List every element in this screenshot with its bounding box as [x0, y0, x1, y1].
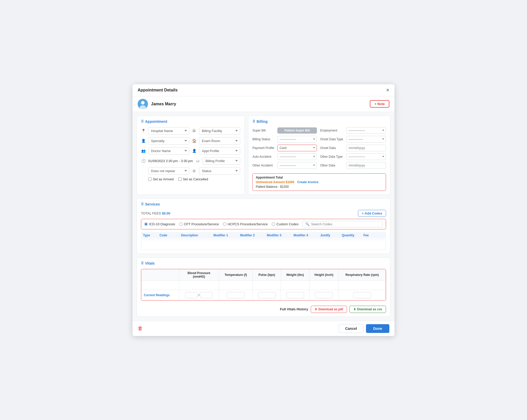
- vitals-footer: Full Vitals History ⬇ Download as pdf ⬇ …: [141, 304, 386, 313]
- vitals-history-label: Full Vitals History: [280, 307, 308, 311]
- icd10-radio[interactable]: [144, 222, 148, 226]
- profile-icon: 👤: [192, 149, 196, 153]
- vitals-empty-row: [141, 281, 386, 290]
- exam-room-select[interactable]: Exam Room: [199, 137, 240, 145]
- vitals-col-weight: Weight (lbs): [281, 269, 309, 281]
- vitals-col-empty: [141, 269, 179, 281]
- grid-icon: ⠿: [141, 119, 144, 124]
- other-accident-select[interactable]: ----------------: [277, 162, 317, 169]
- billing-profile-select[interactable]: Billing Profile: [203, 157, 240, 165]
- set-as-cancelled-label[interactable]: Set as Cancelled: [178, 177, 208, 181]
- billing-status-select[interactable]: ----------------: [277, 136, 317, 143]
- vitals-section-title: ⠿ Vitals: [141, 261, 386, 265]
- add-codes-button[interactable]: + Add Codes: [358, 210, 386, 217]
- search-codes-input[interactable]: [311, 222, 380, 226]
- services-table-body: [141, 240, 386, 250]
- col-modifier2: Modifier 2: [240, 234, 266, 237]
- uninvoiced-amount: Uninvoiced Amount $1000: [256, 180, 294, 184]
- download-csv-button[interactable]: ⬇ Download as csv: [350, 306, 386, 313]
- status-icon: ⊞: [192, 169, 196, 173]
- patient-balance: Patient Balance - $1200: [256, 185, 383, 189]
- col-description: Description: [181, 234, 212, 237]
- cpt-radio[interactable]: [179, 222, 183, 226]
- total-fees-label: TOTAL FEES $0.00: [141, 211, 170, 215]
- create-invoice-link[interactable]: Create Invoice: [297, 180, 318, 184]
- search-codes-wrap: 🔍: [303, 221, 383, 227]
- specialty-select[interactable]: Specialty: [148, 137, 189, 145]
- appointment-details-modal: Appointment Details × James Marry + Note…: [133, 84, 394, 336]
- modal-body: ⠿ Appointment 📍 Hospital Name 🏛 Billing …: [133, 112, 394, 321]
- set-as-arrived-label[interactable]: Set as Arrived: [148, 177, 174, 181]
- avatar: [138, 99, 148, 109]
- other-data-input[interactable]: [346, 162, 386, 169]
- services-section-title: ⠿ Services: [141, 202, 386, 206]
- building-icon: 🏛: [192, 129, 196, 133]
- patient-header: James Marry: [138, 99, 176, 109]
- total-fees-amount: $0.00: [162, 211, 170, 215]
- onset-data-type-select[interactable]: --------------: [346, 136, 386, 143]
- delete-button[interactable]: 🗑: [138, 325, 143, 331]
- appointment-section: ⠿ Appointment 📍 Hospital Name 🏛 Billing …: [137, 116, 244, 195]
- vitals-section: ⠿ Vitals Blood Pressure(mmHG) Temperatur…: [137, 257, 390, 317]
- super-bill-button[interactable]: Patient Super Bill: [277, 127, 317, 134]
- download-pdf-button[interactable]: ⬇ Download as pdf: [311, 306, 347, 313]
- temperature-input[interactable]: [227, 292, 245, 298]
- patient-name: James Marry: [151, 102, 176, 106]
- set-as-cancelled-checkbox[interactable]: [178, 178, 182, 181]
- appointment-total-box: Appointment Total Uninvoiced Amount $100…: [252, 173, 386, 191]
- note-button[interactable]: + Note: [370, 100, 389, 108]
- onset-data-type-label: Onset Data Type: [320, 137, 343, 141]
- col-type: Type: [143, 234, 158, 237]
- col-modifier3: Modifier 3: [267, 234, 293, 237]
- vitals-col-temp: Temperature (f): [219, 269, 252, 281]
- weight-input[interactable]: [286, 292, 304, 298]
- other-data-type-select[interactable]: ----------------: [346, 153, 386, 160]
- vitals-col-bp: Blood Pressure(mmHG): [179, 269, 219, 281]
- custom-radio-label[interactable]: Custom Codes: [272, 222, 298, 226]
- modal-title: Appointment Details: [138, 88, 178, 92]
- close-button[interactable]: ×: [386, 87, 389, 93]
- footer-actions: Cancel Done: [339, 324, 389, 333]
- cancel-button[interactable]: Cancel: [339, 324, 363, 333]
- col-code: Code: [159, 234, 180, 237]
- other-data-type-label: Other Data Type: [320, 155, 343, 158]
- services-section: ⠿ Services TOTAL FEES $0.00 + Add Codes …: [137, 198, 390, 254]
- bp-diastolic-input[interactable]: [200, 292, 213, 298]
- hospital-name-select[interactable]: Hospital Name: [148, 127, 189, 135]
- services-grid-icon: ⠿: [141, 202, 144, 206]
- bp-systolic-input[interactable]: [185, 292, 197, 298]
- appt-profile-select[interactable]: Appt Profile: [199, 147, 240, 155]
- col-modifier4: Modifier 4: [294, 234, 319, 237]
- auto-accident-select[interactable]: ----------------: [277, 153, 317, 160]
- done-button[interactable]: Done: [366, 324, 389, 333]
- hcpcs-radio-label[interactable]: HCPCS Procedure/Service: [223, 222, 268, 226]
- hcpcs-radio[interactable]: [223, 222, 226, 226]
- employment-select[interactable]: ----------------: [346, 127, 386, 134]
- modal-top-bar: Appointment Details ×: [133, 84, 394, 96]
- height-input[interactable]: [315, 292, 333, 298]
- custom-radio[interactable]: [272, 222, 275, 226]
- room-icon: 🏠: [192, 139, 196, 143]
- icd10-radio-label[interactable]: ICD-10 Diagnosis: [144, 222, 175, 226]
- employment-label: Employment: [320, 129, 343, 132]
- col-justify: Justify: [320, 234, 341, 237]
- download-csv-icon: ⬇: [353, 307, 356, 311]
- onset-data-label: Onset Data: [320, 146, 343, 150]
- auto-accident-label: Auto Accident: [252, 155, 274, 158]
- set-as-arrived-checkbox[interactable]: [148, 178, 152, 181]
- super-bill-label: Super Bill: [252, 129, 274, 132]
- billing-facility-select[interactable]: Billing Facility: [199, 127, 240, 135]
- payment-profile-select[interactable]: Cash: [277, 145, 317, 151]
- respiratory-rate-input[interactable]: [353, 292, 371, 298]
- repeat-select[interactable]: Does not repeat: [148, 167, 189, 175]
- appointment-section-title: ⠿ Appointment: [141, 119, 240, 124]
- status-select[interactable]: Status: [199, 167, 240, 175]
- pulse-input[interactable]: [258, 292, 276, 298]
- doctor-name-select[interactable]: Doctor Name: [148, 147, 189, 155]
- billing-status-label: Billing Status: [252, 137, 274, 141]
- vitals-table-wrap: Blood Pressure(mmHG) Temperature (f) Pul…: [141, 269, 386, 301]
- cpt-radio-label[interactable]: CPT Procedure/Service: [179, 222, 219, 226]
- vitals-col-respiratory: Respiratory Rate (rpm): [338, 269, 385, 281]
- onset-data-input[interactable]: [346, 145, 386, 151]
- billing-section: ⠿ Billing Super Bill Patient Super Bill …: [248, 116, 390, 195]
